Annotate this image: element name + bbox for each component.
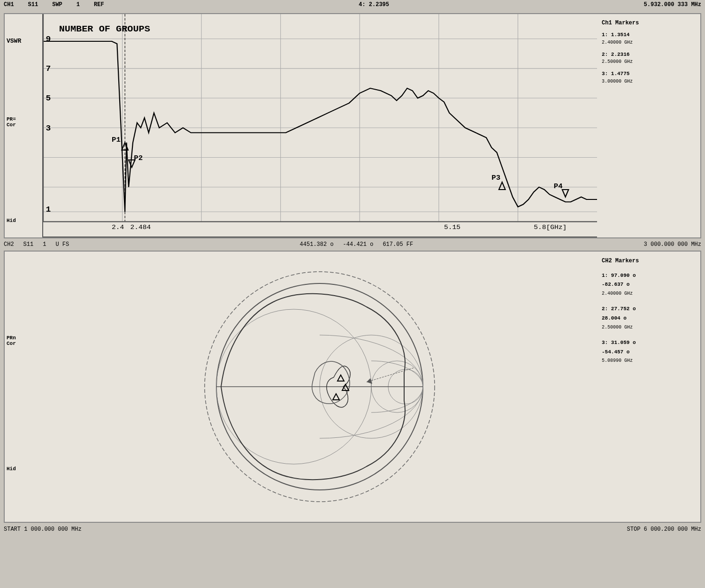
hid-label-top: Hid xyxy=(7,218,16,223)
ch2-markers-info: CH2 Markers 1: 97.090 o -82.637 o 2.4000… xyxy=(597,252,700,522)
prn-label: PRn xyxy=(7,335,16,341)
ch2-m1-label: 1: 97.090 o xyxy=(602,271,696,281)
ch2-m3-freq: 5.08990 GHz xyxy=(602,357,696,365)
ch1-markers-info: Ch1 Markers 1: 1.3514 2.40000 GHz 2: 2.2… xyxy=(597,14,700,237)
svg-text:5.15: 5.15 xyxy=(444,224,460,231)
ch1-m2-freq: 2.50000 GHz xyxy=(602,58,696,65)
svg-marker-43 xyxy=(337,375,344,381)
svg-marker-24 xyxy=(499,182,505,190)
ch2-m2-val2: 28.004 o xyxy=(602,314,696,323)
smith-y-labels: PRn Cor Hid xyxy=(5,252,42,522)
ch2-info-bar: CH2 S11 1 U FS 4451.382 o -44.421 o 617.… xyxy=(0,240,705,249)
ch2-m2-label: 2: 27.752 o xyxy=(602,305,696,314)
header-bar: CH1 S11 SWP 1 REF 4: 2.2395 5.932.000 33… xyxy=(0,0,705,9)
vswr-label: VSWR xyxy=(7,38,21,45)
ch1-markers-title: Ch1 Markers xyxy=(602,20,639,26)
ch2-markers-title: CH2 Markers xyxy=(602,258,639,264)
svg-text:9: 9 xyxy=(46,34,51,43)
ch2-val3: 617.05 FF xyxy=(383,241,413,248)
ch2-label: CH2 xyxy=(4,241,14,248)
svg-text:3: 3 xyxy=(46,123,51,132)
ch2-param: S11 xyxy=(23,241,34,248)
smith-svg xyxy=(198,265,442,509)
marker4-label: 4: 2.2395 xyxy=(359,1,389,8)
svg-text:7: 7 xyxy=(46,64,51,73)
s11-header-label: S11 xyxy=(28,1,38,8)
svg-line-44 xyxy=(367,368,414,382)
ch2-m3-val2: -54.457 o xyxy=(602,348,696,357)
svg-text:P1: P1 xyxy=(112,136,121,144)
freq-bar: START 1 000.000 000 MHz STOP 6 000.200 0… xyxy=(0,525,705,534)
vswr-chart-area: VSWR PR= Cor Hid xyxy=(4,13,701,238)
hid-bottom-label: Hid xyxy=(7,466,16,472)
vswr-y-axis: VSWR PR= Cor Hid xyxy=(5,14,42,237)
ch2-m2-freq: 2.50000 GHz xyxy=(602,323,696,332)
ch2-m1-val2: -82.637 o xyxy=(602,280,696,290)
svg-text:P3: P3 xyxy=(491,174,500,182)
num-label: 1 xyxy=(77,1,80,8)
ref-label: REF xyxy=(94,1,104,8)
main-container: CH1 S11 SWP 1 REF 4: 2.2395 5.932.000 33… xyxy=(0,0,705,588)
svg-text:2.4: 2.4 xyxy=(112,224,124,231)
swp-label: SWP xyxy=(52,1,62,8)
stop-freq-label: 5.932.000 333 MHz xyxy=(644,1,701,8)
ch2-val1: 4451.382 o xyxy=(300,241,334,248)
ch1-m1-freq: 2.40000 GHz xyxy=(602,39,696,46)
ch1-m2-val: 2: 2.2316 xyxy=(602,51,696,59)
svg-text:P2: P2 xyxy=(134,154,143,162)
stop-freq-label-bottom: STOP 6 000.200 000 MHz xyxy=(627,526,701,533)
ch2-val2: -44.421 o xyxy=(343,241,374,248)
ch2-num: 1 xyxy=(43,241,46,248)
svg-text:5.8[GHz]: 5.8[GHz] xyxy=(534,224,567,231)
svg-text:NUMBER OF GROUPS: NUMBER OF GROUPS xyxy=(59,24,150,34)
ch2-m1-freq: 2.40000 GHz xyxy=(602,290,696,298)
vswr-svg: 9 7 5 3 1 NUMBER OF GROUPS P1 P2 xyxy=(43,14,597,237)
svg-text:5: 5 xyxy=(46,94,51,103)
vswr-chart-plot: 9 7 5 3 1 NUMBER OF GROUPS P1 P2 xyxy=(42,14,597,237)
cor-bottom-label: Cor xyxy=(7,341,16,346)
svg-text:1: 1 xyxy=(46,205,51,214)
smith-chart-area: PRn Cor Hid xyxy=(4,251,701,523)
svg-marker-42 xyxy=(333,394,339,400)
svg-marker-26 xyxy=(562,190,568,197)
cor-label: Cor xyxy=(7,122,16,128)
ch2-unit: U FS xyxy=(55,241,69,248)
smith-chart-plot xyxy=(42,252,597,522)
start-freq-label: START 1 000.000 000 MHz xyxy=(4,526,82,533)
ch1-m3-val: 3: 1.4775 xyxy=(602,70,696,78)
pr-label: PR= xyxy=(7,116,16,122)
svg-text:P4: P4 xyxy=(554,182,563,190)
ch1-m1-val: 1: 1.3514 xyxy=(602,31,696,39)
ch1-label: CH1 xyxy=(4,1,14,8)
svg-marker-45 xyxy=(367,378,372,384)
ch2-freq: 3 000.000 000 MHz xyxy=(644,241,701,248)
svg-text:2.484: 2.484 xyxy=(130,224,151,231)
ch1-m3-freq: 3.00000 GHz xyxy=(602,78,696,85)
ch2-m3-label: 3: 31.059 o xyxy=(602,338,696,348)
